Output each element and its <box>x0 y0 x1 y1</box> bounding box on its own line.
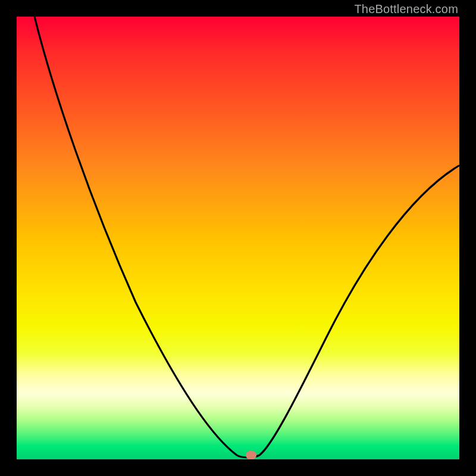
watermark-text: TheBottleneck.com <box>354 2 458 16</box>
bottleneck-curve <box>35 17 459 458</box>
chart-curve-svg <box>17 17 459 459</box>
chart-frame: TheBottleneck.com <box>0 0 476 476</box>
optimal-point-marker <box>246 451 256 459</box>
